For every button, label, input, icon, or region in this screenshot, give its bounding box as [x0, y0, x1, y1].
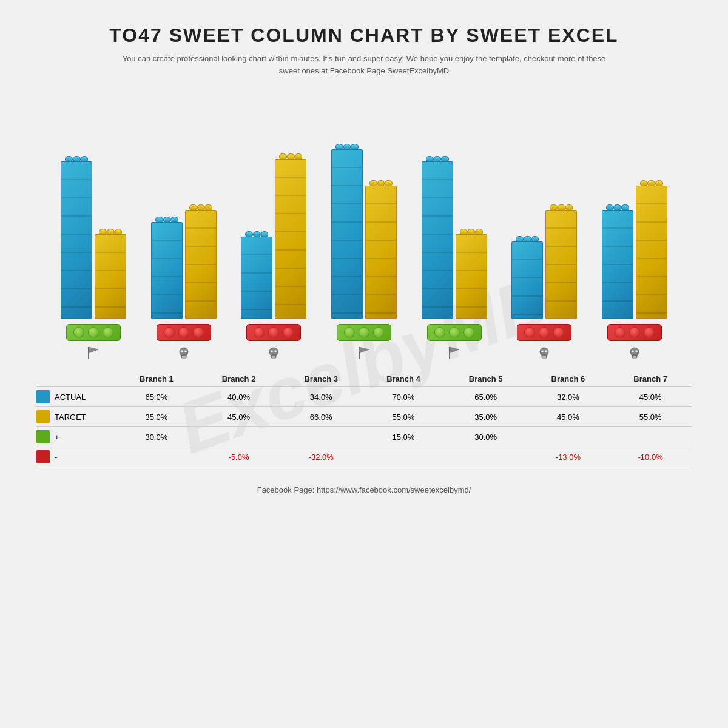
row-label-minus: - [36, 447, 115, 467]
lego-dot-4-2 [373, 327, 384, 338]
legend-box-actual [36, 390, 50, 403]
bar-group-1 [49, 113, 139, 319]
svg-point-6 [184, 350, 187, 352]
lego-indicator-7 [607, 324, 662, 341]
bar-pair-5 [422, 113, 487, 319]
cell-target-branch-1: 35.0% [115, 407, 198, 427]
content: TO47 SWEET COLUMN CHART BY SWEET EXCEL Y… [36, 24, 692, 494]
cell-actual-branch-7: 45.0% [609, 387, 692, 407]
bar-actual-5 [422, 161, 453, 319]
cell-actual-branch-1: 65.0% [115, 387, 198, 407]
cell-plus-branch-5: 30.0% [445, 427, 527, 447]
svg-point-5 [181, 350, 183, 352]
bars-container [36, 95, 692, 319]
bar-pair-4 [331, 113, 397, 319]
icon-group-7 [589, 345, 679, 365]
lego-dot-2-0 [164, 327, 175, 338]
flag-icon-1 [85, 345, 102, 365]
header-branch-7: Branch 7 [609, 371, 692, 387]
cell-target-branch-4: 55.0% [362, 407, 445, 427]
lego-dot-1-1 [88, 327, 99, 338]
skull-icon-6 [536, 345, 553, 365]
icons-row [36, 345, 692, 365]
bar-group-6 [499, 113, 590, 319]
header-branch-3: Branch 3 [280, 371, 362, 387]
bar-target-3 [275, 159, 306, 319]
lego-dot-3-0 [254, 327, 265, 338]
bar-actual-3 [241, 237, 272, 319]
flag-icon-4 [356, 345, 372, 365]
lego-dot-1-2 [103, 327, 113, 338]
cell-target-branch-7: 55.0% [609, 407, 692, 427]
indicator-group-1 [49, 324, 139, 341]
lego-indicator-6 [517, 324, 571, 341]
skull-icon-3 [265, 345, 282, 365]
cell-plus-branch-7 [609, 427, 692, 447]
svg-point-25 [541, 350, 544, 352]
page: ExcelbyMD TO47 SWEET COLUMN CHART BY SWE… [0, 0, 728, 728]
row-label-plus: + [36, 427, 115, 447]
bar-target-2 [185, 210, 217, 319]
cell-plus-branch-3 [280, 427, 362, 447]
skull-icon-2 [175, 345, 192, 365]
svg-marker-1 [89, 347, 98, 353]
svg-point-33 [635, 350, 638, 352]
cell-actual-branch-2: 40.0% [198, 387, 280, 407]
bar-actual-4 [331, 149, 363, 319]
lego-indicator-3 [246, 324, 301, 341]
table-row-minus: --5.0%-32.0%-13.0%-10.0% [36, 447, 692, 467]
cell-actual-branch-6: 32.0% [527, 387, 610, 407]
cell-plus-branch-6 [527, 427, 610, 447]
footer-link: Facebook Page: https://www.facebook.com/… [257, 485, 471, 494]
bar-group-2 [139, 113, 229, 319]
flag-icon-5 [446, 345, 463, 365]
table-row-target: TARGET35.0%45.0%66.0%55.0%35.0%45.0%55.0… [36, 407, 692, 427]
icon-group-2 [139, 345, 229, 365]
lego-dot-5-1 [449, 327, 460, 338]
header-legend [36, 371, 115, 387]
icon-group-6 [499, 345, 590, 365]
bar-target-5 [456, 234, 487, 319]
legend-box-minus [36, 450, 50, 463]
lego-dot-7-0 [615, 327, 625, 338]
lego-dot-5-0 [434, 327, 445, 338]
indicator-group-7 [589, 324, 679, 341]
indicator-group-4 [319, 324, 410, 341]
svg-point-12 [271, 350, 274, 352]
cell-minus-branch-3: -32.0% [280, 447, 362, 467]
lego-indicator-1 [66, 324, 121, 341]
svg-point-26 [545, 350, 547, 352]
icon-group-1 [49, 345, 139, 365]
icon-group-4 [319, 345, 410, 365]
cell-actual-branch-4: 70.0% [362, 387, 445, 407]
svg-marker-21 [450, 347, 459, 353]
bar-target-1 [95, 234, 126, 319]
indicator-group-6 [499, 324, 590, 341]
cell-minus-branch-5 [445, 447, 527, 467]
lego-indicator-2 [157, 324, 211, 341]
cell-actual-branch-3: 34.0% [280, 387, 362, 407]
lego-dot-2-2 [193, 327, 204, 338]
bar-pair-3 [241, 113, 306, 319]
cell-target-branch-3: 66.0% [280, 407, 362, 427]
bar-pair-2 [151, 113, 217, 319]
table-header-row: Branch 1Branch 2Branch 3Branch 4Branch 5… [36, 371, 692, 387]
bar-target-7 [636, 186, 667, 319]
bar-actual-7 [602, 210, 633, 319]
cell-target-branch-2: 45.0% [198, 407, 280, 427]
svg-point-13 [275, 350, 277, 352]
bar-pair-7 [602, 113, 667, 319]
legend-box-plus [36, 430, 50, 443]
table-row-actual: ACTUAL65.0%40.0%34.0%70.0%65.0%32.0%45.0… [36, 387, 692, 407]
indicator-group-5 [409, 324, 499, 341]
bar-actual-6 [511, 241, 543, 319]
bar-group-3 [229, 113, 319, 319]
chart-area [36, 95, 692, 365]
cell-actual-branch-5: 65.0% [445, 387, 527, 407]
indicator-group-3 [229, 324, 319, 341]
lego-dot-6-0 [524, 327, 535, 338]
cell-minus-branch-1 [115, 447, 198, 467]
lego-dot-2-1 [178, 327, 189, 338]
lego-dot-1-0 [73, 327, 84, 338]
cell-minus-branch-7: -10.0% [609, 447, 692, 467]
